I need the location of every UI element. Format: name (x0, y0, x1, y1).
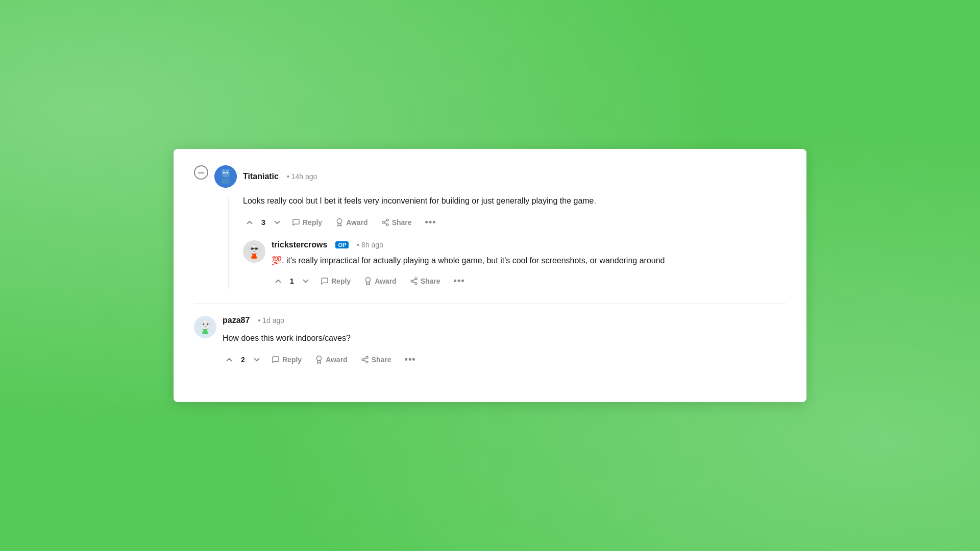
svg-point-8 (227, 169, 229, 171)
svg-rect-5 (227, 172, 228, 173)
upvote-button-trickstercrows[interactable] (272, 274, 285, 288)
svg-rect-46 (201, 329, 203, 332)
vote-count-trickstercrows: 1 (288, 277, 296, 285)
comment-paza87: paza87 • 1d ago How does this work indoo… (194, 316, 786, 367)
reply-trickstercrows: trickstercrows OP • 8h ago 💯, it's reall… (243, 240, 786, 289)
comment-body-paza87: How does this work indoors/caves? (223, 332, 786, 344)
avatar-trickstercrows (243, 240, 265, 263)
svg-point-24 (258, 248, 261, 250)
op-badge: OP (335, 241, 349, 248)
svg-point-23 (247, 248, 250, 250)
share-button-titaniatic[interactable]: Share (376, 216, 417, 229)
comment-titaniatic: Titaniatic • 14h ago Looks really cool b… (194, 165, 786, 289)
avatar-titaniatic (214, 165, 237, 188)
svg-line-53 (363, 358, 366, 359)
username-trickstercrows[interactable]: trickstercrows (272, 240, 327, 249)
svg-line-35 (412, 282, 415, 283)
avatar-paza87 (194, 316, 216, 338)
svg-rect-47 (207, 329, 209, 332)
more-button-paza87[interactable]: ••• (400, 352, 421, 367)
svg-line-52 (363, 360, 366, 362)
more-icon-titaniatic: ••• (425, 217, 436, 228)
svg-rect-26 (250, 254, 252, 257)
award-button-paza87[interactable]: Award (310, 353, 353, 366)
more-button-titaniatic[interactable]: ••• (420, 214, 442, 230)
reply-button-titaniatic[interactable]: Reply (287, 216, 327, 229)
svg-point-7 (222, 169, 224, 171)
comment-header-paza87: paza87 • 1d ago (223, 316, 786, 325)
downvote-button-trickstercrows[interactable] (299, 274, 312, 288)
svg-line-15 (384, 223, 386, 224)
svg-line-36 (412, 279, 415, 281)
username-paza87[interactable]: paza87 (223, 316, 250, 325)
reply-button-paza87[interactable]: Reply (266, 353, 307, 366)
comment-header-titaniatic: Titaniatic • 14h ago (214, 165, 786, 188)
upvote-button-titaniatic[interactable] (243, 216, 256, 229)
more-button-trickstercrows[interactable]: ••• (449, 273, 470, 289)
more-icon-trickstercrows: ••• (454, 276, 465, 286)
more-icon-paza87: ••• (405, 354, 416, 365)
svg-point-38 (200, 320, 210, 329)
svg-rect-29 (255, 248, 258, 250)
svg-line-16 (384, 220, 386, 222)
svg-point-48 (316, 356, 321, 360)
share-button-paza87[interactable]: Share (356, 353, 397, 366)
vote-count-paza87: 2 (239, 356, 247, 364)
vote-area-trickstercrows: 1 (272, 274, 312, 288)
svg-rect-10 (229, 175, 230, 178)
comments-card: Titaniatic • 14h ago Looks really cool b… (174, 149, 806, 402)
downvote-button-titaniatic[interactable] (271, 216, 284, 229)
vote-area-titaniatic: 3 (243, 216, 284, 229)
vote-area-paza87: 2 (223, 353, 263, 366)
svg-rect-27 (256, 254, 258, 257)
svg-point-11 (337, 218, 341, 223)
svg-point-41 (203, 323, 204, 324)
username-titaniatic[interactable]: Titaniatic (243, 172, 279, 181)
separator (194, 303, 786, 304)
reply-actions-trickstercrows: 1 (272, 273, 786, 289)
share-button-trickstercrows[interactable]: Share (405, 274, 446, 288)
svg-rect-9 (222, 175, 223, 178)
svg-rect-28 (251, 248, 254, 250)
svg-point-31 (365, 277, 370, 282)
timestamp-trickstercrows: • 8h ago (357, 241, 383, 249)
thread-line (228, 197, 229, 289)
svg-rect-3 (222, 179, 230, 184)
svg-point-43 (198, 323, 201, 325)
svg-rect-4 (223, 172, 225, 173)
reply-button-trickstercrows[interactable]: Reply (315, 274, 356, 288)
upvote-button-paza87[interactable] (223, 353, 236, 366)
collapse-button[interactable] (194, 165, 208, 180)
award-button-trickstercrows[interactable]: Award (359, 274, 402, 288)
comment-actions-titaniatic: 3 Reply (243, 214, 786, 230)
vote-count-titaniatic: 3 (259, 218, 267, 227)
timestamp-paza87: • 1d ago (258, 316, 284, 324)
svg-point-44 (209, 323, 212, 325)
svg-point-42 (207, 323, 208, 324)
comment-body-titaniatic: Looks really cool but I bet it feels ver… (243, 195, 786, 207)
downvote-button-paza87[interactable] (250, 353, 263, 366)
comment-actions-paza87: 2 Reply (223, 352, 786, 367)
svg-rect-0 (198, 172, 204, 173)
award-button-titaniatic[interactable]: Award (330, 216, 373, 229)
timestamp-titaniatic: • 14h ago (287, 172, 317, 181)
reply-body-trickstercrows: 💯, it's really impractical for actually … (272, 255, 786, 267)
